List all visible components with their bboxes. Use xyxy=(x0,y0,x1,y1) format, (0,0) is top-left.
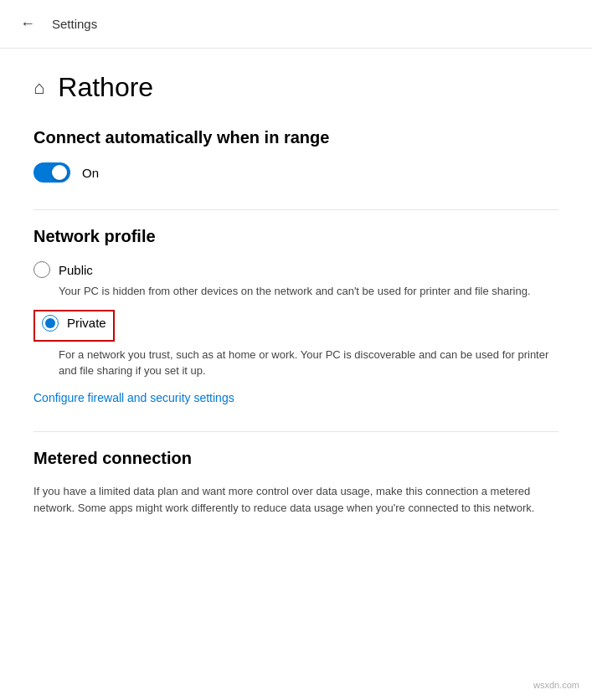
title-bar-label: Settings xyxy=(52,17,97,31)
private-option: Private For a network you trust, such as… xyxy=(33,310,559,379)
metered-section: Metered connection If you have a limited… xyxy=(33,449,559,518)
back-icon: ← xyxy=(20,15,35,33)
public-radio-row: Public xyxy=(33,261,559,278)
divider-1 xyxy=(33,209,559,210)
private-highlight-box: Private xyxy=(33,310,115,342)
network-name: Rathore xyxy=(58,72,153,103)
private-radio[interactable] xyxy=(42,315,59,332)
back-button[interactable]: ← xyxy=(17,12,39,36)
private-description: For a network you trust, such as at home… xyxy=(59,347,559,379)
toggle-thumb xyxy=(52,165,67,180)
auto-connect-title: Connect automatically when in range xyxy=(33,128,559,147)
watermark: wsxdn.com xyxy=(529,678,584,692)
metered-description: If you have a limited data plan and want… xyxy=(33,483,559,518)
firewall-link[interactable]: Configure firewall and security settings xyxy=(33,391,559,404)
home-icon: ⌂ xyxy=(33,77,44,99)
network-profile-section: Network profile Public Your PC is hidden… xyxy=(33,227,559,404)
public-option: Public Your PC is hidden from other devi… xyxy=(33,261,559,300)
network-profile-title: Network profile xyxy=(33,227,559,246)
public-radio[interactable] xyxy=(33,261,50,278)
private-label: Private xyxy=(67,316,106,330)
main-content: ⌂ Rathore Connect automatically when in … xyxy=(0,49,592,578)
toggle-label: On xyxy=(82,166,99,180)
divider-2 xyxy=(33,431,559,432)
private-radio-row: Private xyxy=(42,315,106,332)
public-description: Your PC is hidden from other devices on … xyxy=(59,283,559,300)
toggle-row: On xyxy=(33,162,559,183)
title-bar: ← Settings xyxy=(0,0,592,49)
auto-connect-toggle[interactable] xyxy=(33,162,70,183)
metered-title: Metered connection xyxy=(33,449,559,468)
public-label: Public xyxy=(59,263,93,277)
toggle-track xyxy=(33,162,70,183)
auto-connect-section: Connect automatically when in range On xyxy=(33,128,559,183)
network-header: ⌂ Rathore xyxy=(33,72,559,103)
